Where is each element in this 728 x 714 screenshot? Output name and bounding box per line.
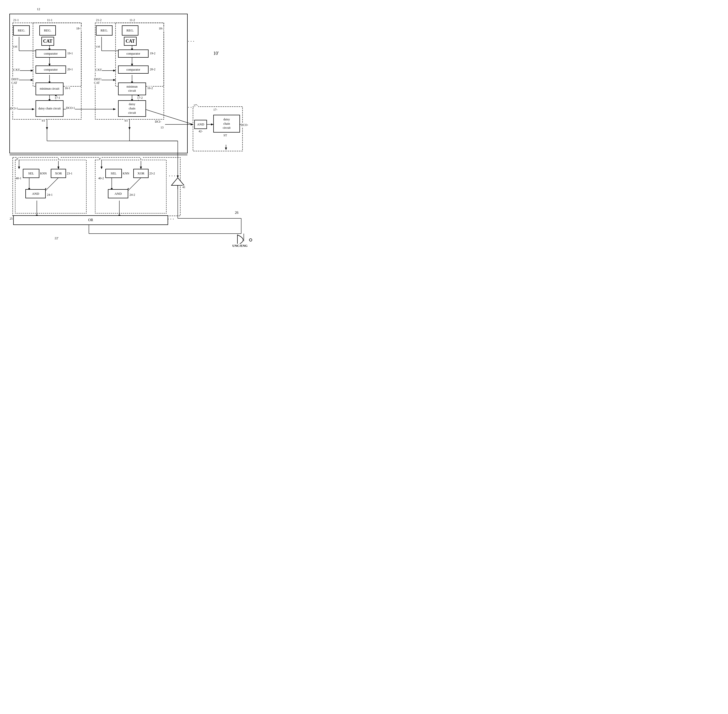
unc-eng-label: UNC/ENG <box>232 244 248 248</box>
svg-rect-7 <box>95 160 166 213</box>
and-label-42: 42- <box>198 129 203 133</box>
and-gate-final: AND <box>194 120 207 129</box>
comparator1-unit1-label: 19-1 <box>67 51 73 56</box>
dco1-label: DCO-1 <box>66 106 75 110</box>
comparator1-unit1: comparator <box>36 50 66 58</box>
cat-unit1: CAT <box>41 37 54 46</box>
svg-marker-100 <box>171 178 184 185</box>
diagram: · · · · · · · · · · · · 12 10' 21-1 11-1… <box>0 0 254 249</box>
unc-eng-ref: 26 <box>235 211 239 215</box>
label-40-1: 40-1 <box>16 177 21 180</box>
daisy-final: daisychaincircuit <box>213 115 240 132</box>
knn-label-1: KNN <box>40 172 47 176</box>
min-unit2-label: 16-2 <box>147 86 153 90</box>
svg-text:· · ·: · · · <box>188 39 194 44</box>
svg-marker-63 <box>18 166 20 169</box>
min-circuit-unit1: minimun circuit <box>36 82 63 95</box>
svg-line-78 <box>128 178 141 190</box>
svg-marker-42 <box>113 70 116 72</box>
daisy-unit1-label: 17-1 <box>55 96 60 100</box>
svg-line-68 <box>46 178 59 190</box>
label-21-2: 21-2 <box>96 18 102 22</box>
xor-unit2: XOR <box>133 169 149 178</box>
sel-unit2: SEL <box>105 169 122 178</box>
comparator1-unit2: comparator <box>118 50 149 58</box>
comparator1-unit2-label: 19-2 <box>150 51 155 56</box>
and-unit1: AND <box>26 189 46 198</box>
label-18-1: 18-1 <box>76 27 82 30</box>
ref-12: 12 <box>37 7 40 11</box>
label-40-2: 40-2 <box>98 177 104 180</box>
daisy-unit2: daisychaincircuit <box>118 100 146 117</box>
daisy-unit2-label: 17-2 <box>137 96 143 100</box>
reg1-unit1: REG. <box>13 26 30 36</box>
xor-unit1: XOR <box>51 169 66 178</box>
svg-point-102 <box>249 238 252 241</box>
daisy-unit1: daisy chain circuit <box>36 100 63 117</box>
label-11-1: 11-1 <box>47 18 53 22</box>
l-label-2: L <box>140 157 142 161</box>
dco-final-label: DCO- <box>241 123 248 127</box>
and-unit2: AND <box>108 189 128 198</box>
cxt2-unit1: CXT <box>13 68 20 72</box>
min-circuit-unit2: minimuncircuit <box>118 82 146 95</box>
cxt2-unit2: CXT <box>95 68 102 72</box>
cxt-label-unit2: cxt <box>96 44 100 48</box>
f-label-2: F <box>99 157 101 161</box>
label-11-2: 11-2 <box>129 18 135 22</box>
svg-text:· · ·: · · · <box>168 216 174 222</box>
min-unit1-label: 16-1 <box>65 86 71 90</box>
st-final: ST <box>224 134 227 137</box>
cat-unit2: CAT <box>124 37 137 46</box>
svg-marker-20 <box>31 79 33 81</box>
triangle-label: 41 <box>182 185 185 189</box>
svg-marker-18 <box>31 70 33 72</box>
comparator2-unit1: comparator <box>36 66 66 74</box>
svg-marker-59 <box>129 127 131 130</box>
label-18-2: 18-2 <box>159 27 164 30</box>
comparator2-unit2: comparator <box>118 66 149 74</box>
reg1-unit2: REG. <box>96 26 113 36</box>
label-17: 17- <box>213 108 218 112</box>
comparator2-unit1-label: 20-1 <box>67 68 73 71</box>
svg-marker-30 <box>113 108 116 110</box>
svg-marker-26 <box>32 108 35 110</box>
l-label-1: L <box>58 157 60 161</box>
dci-label: DCI- <box>155 120 161 124</box>
svg-line-53 <box>145 109 193 124</box>
and-unit1-label: 24-1 <box>47 193 53 197</box>
and-unit2-label: 24-2 <box>129 193 135 197</box>
knn-label-2: KNN <box>123 172 129 176</box>
xor-unit2-label: 23-2 <box>149 172 155 176</box>
label-21-1: 21-1 <box>13 18 19 22</box>
st-unit1: ST <box>42 119 45 123</box>
label-17prime: 17'- <box>194 104 198 107</box>
or-label-25: 25 <box>10 217 13 220</box>
svg-rect-6 <box>15 160 86 213</box>
svg-marker-44 <box>113 79 116 81</box>
dist-cat-unit2: DIST/CAT <box>94 78 102 85</box>
bus-label: 22' <box>55 236 59 240</box>
f-label-1: F <box>17 157 18 161</box>
xor-unit1-label: 23-1 <box>67 172 72 176</box>
svg-marker-32 <box>46 127 48 130</box>
cxt-label-unit1: cxt <box>13 44 17 48</box>
sel-unit1: SEL <box>23 169 39 178</box>
or-gate: OR <box>13 215 168 225</box>
svg-marker-52 <box>191 123 193 125</box>
dist-cat-unit1: DIST/CAT <box>11 78 19 85</box>
reg2-unit2: REG. <box>122 26 138 36</box>
svg-marker-61 <box>225 147 227 150</box>
st-unit2: ST <box>125 119 128 123</box>
reg2-unit1: REG. <box>39 26 56 36</box>
ref-10prime: 10' <box>213 51 219 56</box>
svg-rect-5 <box>13 158 180 216</box>
svg-marker-73 <box>101 166 103 169</box>
label-13: 13 <box>161 126 164 129</box>
dci1-label: DCI-1 <box>10 106 18 111</box>
comparator2-unit2-label: 20-2 <box>150 68 155 71</box>
